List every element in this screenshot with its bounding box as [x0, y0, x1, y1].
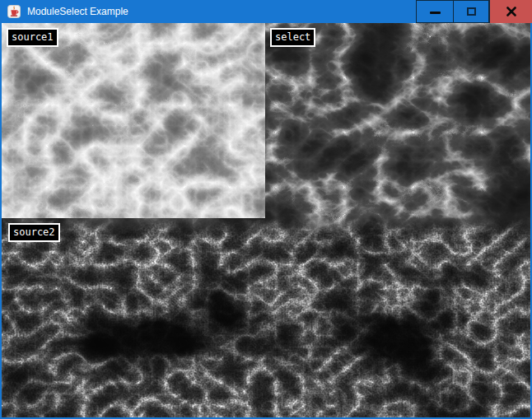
close-x-icon [506, 7, 516, 16]
titlebar[interactable]: ModuleSelect Example [0, 0, 532, 23]
source2-noise-image [2, 218, 530, 417]
java-coffee-cup-icon[interactable] [7, 5, 21, 18]
minimize-icon [430, 12, 441, 14]
window-title: ModuleSelect Example [27, 6, 128, 17]
source2-label: source2 [8, 223, 60, 242]
source1-noise-image [2, 23, 265, 218]
close-button[interactable] [489, 0, 532, 23]
maximize-icon [467, 7, 476, 16]
noise-render-canvas: source1 select source2 [2, 23, 530, 417]
window-controls [416, 0, 532, 23]
select-label: select [270, 28, 315, 47]
app-window: ModuleSelect Example [0, 0, 532, 419]
maximize-button[interactable] [454, 0, 489, 23]
source1-label: source1 [7, 28, 58, 47]
minimize-button[interactable] [416, 0, 454, 23]
